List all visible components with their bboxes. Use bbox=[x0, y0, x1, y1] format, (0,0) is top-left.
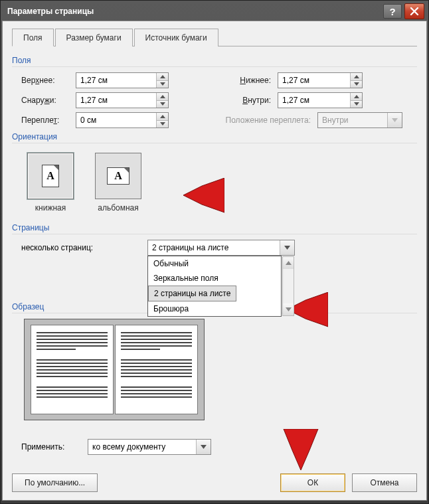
label-outside: Снаружи: bbox=[12, 96, 76, 105]
tabstrip: Поля Размер бумаги Источник бумаги bbox=[12, 28, 417, 46]
tab-margins[interactable]: Поля bbox=[12, 29, 54, 46]
orientation-portrait-box[interactable]: A bbox=[27, 153, 74, 199]
dropdown-item-two-per-sheet[interactable]: 2 страницы на листе bbox=[148, 286, 236, 301]
dropdown-item-mirror[interactable]: Зеркальные поля bbox=[148, 271, 281, 286]
multiple-pages-dropdown[interactable]: Обычный Зеркальные поля 2 страницы на ли… bbox=[147, 256, 282, 317]
spin-gutter[interactable] bbox=[76, 112, 169, 128]
spin-outside[interactable] bbox=[76, 92, 169, 108]
spin-inside[interactable] bbox=[278, 92, 363, 108]
titlebar: Параметры страницы ? bbox=[2, 2, 427, 21]
input-inside[interactable] bbox=[278, 93, 350, 108]
label-inside: Внутри: bbox=[205, 96, 278, 105]
spin-gutter-up[interactable] bbox=[157, 113, 168, 121]
group-margins-label: Поля bbox=[12, 56, 417, 67]
spin-bottom-down[interactable] bbox=[351, 81, 362, 88]
spin-outside-up[interactable] bbox=[157, 93, 168, 101]
input-bottom[interactable] bbox=[278, 73, 350, 88]
spin-top[interactable] bbox=[76, 72, 169, 88]
dropdown-item-booklet[interactable]: Брошюра bbox=[148, 301, 281, 316]
spin-top-down[interactable] bbox=[157, 81, 168, 88]
input-outside[interactable] bbox=[76, 93, 156, 108]
select-apply-to[interactable]: ко всему документу bbox=[88, 439, 211, 455]
spin-bottom[interactable] bbox=[278, 72, 363, 88]
label-gutter-position: Положение переплета: bbox=[205, 116, 317, 125]
dropdown-scrollbar[interactable] bbox=[282, 256, 294, 316]
tab-paper-size[interactable]: Размер бумаги bbox=[55, 29, 133, 46]
select-gutter-position: Внутри bbox=[317, 112, 402, 128]
spin-outside-down[interactable] bbox=[157, 101, 168, 108]
spin-inside-up[interactable] bbox=[351, 93, 362, 101]
input-top[interactable] bbox=[76, 73, 156, 88]
preview-page-right bbox=[115, 325, 198, 414]
close-button[interactable] bbox=[404, 3, 424, 19]
dialog-window: Параметры страницы ? Поля Размер бумаги … bbox=[0, 0, 429, 504]
dropdown-scroll-track[interactable] bbox=[283, 269, 294, 303]
group-orientation-label: Ориентация bbox=[12, 132, 417, 143]
label-top: Верхнее: bbox=[12, 76, 76, 85]
preview bbox=[24, 319, 205, 420]
label-bottom: Нижнее: bbox=[205, 76, 278, 85]
orientation-portrait-label: книжная bbox=[35, 203, 66, 212]
button-bar: По умолчанию... ОК Отмена bbox=[12, 473, 417, 492]
default-button[interactable]: По умолчанию... bbox=[12, 473, 98, 492]
portrait-sheet-icon: A bbox=[42, 165, 59, 187]
multiple-pages-dropdown-button[interactable] bbox=[280, 240, 294, 255]
close-icon bbox=[410, 7, 419, 16]
spin-top-up[interactable] bbox=[157, 73, 168, 81]
orientation-landscape-box[interactable]: A bbox=[95, 153, 141, 199]
preview-page-left bbox=[31, 325, 114, 414]
label-multiple-pages: несколько страниц: bbox=[21, 243, 147, 252]
dropdown-item-normal[interactable]: Обычный bbox=[148, 256, 281, 271]
spin-inside-down[interactable] bbox=[351, 101, 362, 108]
tab-paper-source[interactable]: Источник бумаги bbox=[134, 29, 218, 46]
client-area: Поля Размер бумаги Источник бумаги Поля … bbox=[2, 21, 427, 501]
orientation-landscape[interactable]: A альбомная bbox=[92, 153, 145, 212]
landscape-sheet-icon: A bbox=[107, 167, 129, 185]
group-pages-label: Страницы bbox=[12, 223, 417, 234]
dropdown-scroll-up[interactable] bbox=[283, 257, 294, 269]
ok-button[interactable]: ОК bbox=[280, 473, 345, 492]
select-multiple-pages[interactable]: 2 страницы на листе bbox=[147, 240, 295, 256]
gutter-position-value: Внутри bbox=[318, 116, 387, 125]
orientation-landscape-label: альбомная bbox=[98, 203, 139, 212]
apply-to-value: ко всему документу bbox=[88, 442, 196, 452]
label-gutter: Переплет: bbox=[12, 116, 76, 125]
spin-bottom-up[interactable] bbox=[351, 73, 362, 81]
gutter-position-dropdown-icon bbox=[387, 113, 402, 127]
window-title: Параметры страницы bbox=[7, 7, 381, 16]
orientation-portrait[interactable]: A книжная bbox=[24, 153, 77, 212]
spin-gutter-down[interactable] bbox=[157, 121, 168, 128]
dropdown-scroll-down[interactable] bbox=[283, 303, 294, 315]
input-gutter[interactable] bbox=[76, 113, 156, 127]
apply-to-dropdown-button[interactable] bbox=[196, 440, 211, 454]
label-apply: Применить: bbox=[21, 442, 88, 452]
help-button[interactable]: ? bbox=[383, 4, 402, 19]
multiple-pages-value: 2 страницы на листе bbox=[148, 243, 280, 252]
cancel-button[interactable]: Отмена bbox=[352, 473, 417, 492]
